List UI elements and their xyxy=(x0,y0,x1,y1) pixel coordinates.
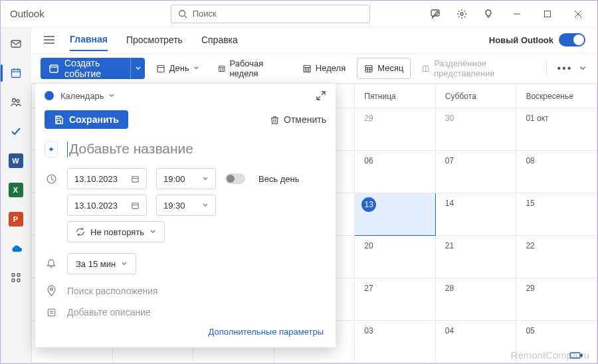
svg-point-50 xyxy=(50,288,52,291)
tab-help[interactable]: Справка xyxy=(201,29,238,50)
location-icon xyxy=(45,285,58,296)
event-title-input[interactable]: Добавьте название xyxy=(67,141,326,157)
calendar-cell[interactable]: 05 xyxy=(516,321,597,363)
view-split-button: Разделённое представление xyxy=(415,58,538,79)
window-maximize[interactable] xyxy=(534,2,561,26)
expand-popup-icon[interactable] xyxy=(316,90,326,101)
svg-rect-44 xyxy=(57,120,61,124)
location-input[interactable]: Поиск расположения xyxy=(67,286,326,296)
app-title: Outlook xyxy=(10,8,45,19)
calendar-cell[interactable]: 04 xyxy=(435,321,516,363)
feedback-icon[interactable] xyxy=(423,2,447,26)
emoji-picker-icon[interactable]: ✦ xyxy=(45,141,58,157)
window-minimize[interactable] xyxy=(503,2,531,26)
search-placeholder: Поиск xyxy=(193,9,217,19)
battery-icon xyxy=(569,351,583,359)
view-week-button[interactable]: Неделя xyxy=(295,58,353,79)
calendar-cell[interactable]: 20 xyxy=(355,236,436,278)
more-options-link[interactable]: Дополнительные параметры xyxy=(35,323,336,347)
bell-icon xyxy=(45,258,58,269)
calendar-cell[interactable]: 01 окт xyxy=(516,108,597,151)
gear-icon[interactable] xyxy=(450,2,474,26)
cancel-button[interactable]: Отменить xyxy=(270,114,326,125)
save-button[interactable]: Сохранить xyxy=(45,110,128,129)
svg-rect-43 xyxy=(57,116,60,118)
app-rail: W X P xyxy=(1,27,31,363)
svg-rect-51 xyxy=(48,309,54,316)
svg-rect-18 xyxy=(12,279,15,282)
calendar-cell[interactable]: 22 xyxy=(516,236,597,278)
recurrence-picker[interactable]: Не повторять xyxy=(67,221,165,242)
svg-rect-10 xyxy=(11,70,20,78)
calendar-cell[interactable]: 29 xyxy=(516,278,597,321)
description-input[interactable]: Добавьте описание xyxy=(67,307,326,318)
calendar-picker[interactable]: Календарь xyxy=(60,91,104,101)
clock-icon xyxy=(45,173,58,185)
svg-point-14 xyxy=(12,99,15,102)
search-input[interactable]: Поиск xyxy=(171,5,370,23)
calendar-cell[interactable]: 13 xyxy=(355,193,436,236)
calendar-cell[interactable]: 06 xyxy=(355,151,436,193)
onedrive-rail-item[interactable] xyxy=(9,241,23,256)
description-icon xyxy=(45,308,58,318)
view-month-button[interactable]: Месяц xyxy=(357,58,411,79)
all-day-label: Весь день xyxy=(258,174,300,184)
all-day-toggle[interactable] xyxy=(225,173,245,184)
svg-rect-27 xyxy=(219,66,224,71)
svg-rect-17 xyxy=(17,274,20,276)
new-outlook-toggle[interactable] xyxy=(559,33,585,46)
day-header: Суббота xyxy=(435,84,516,108)
start-date-picker[interactable]: 13.10.2023 xyxy=(67,168,147,189)
calendar-cell[interactable]: 30 xyxy=(435,108,516,151)
view-workweek-button[interactable]: Рабочая неделя xyxy=(211,58,291,79)
toolbar-overflow[interactable]: ••• xyxy=(555,62,575,74)
collapse-ribbon-icon[interactable] xyxy=(579,64,588,72)
create-event-split[interactable] xyxy=(130,58,144,79)
people-rail-item[interactable] xyxy=(9,95,23,110)
more-apps-rail-item[interactable] xyxy=(9,270,23,285)
day-header: Воскресенье xyxy=(516,84,597,108)
powerpoint-rail-item[interactable]: P xyxy=(9,212,23,227)
calendar-cell[interactable]: 29 xyxy=(355,108,436,151)
tab-view[interactable]: Просмотреть xyxy=(126,29,183,50)
tab-home[interactable]: Главная xyxy=(70,29,108,51)
svg-point-15 xyxy=(17,100,19,102)
svg-point-0 xyxy=(179,10,185,16)
nav-toggle-icon[interactable] xyxy=(43,35,55,45)
calendar-cell[interactable]: 07 xyxy=(435,151,516,193)
svg-rect-6 xyxy=(545,11,551,17)
excel-rail-item[interactable]: X xyxy=(9,183,23,197)
svg-line-1 xyxy=(184,15,187,18)
svg-rect-9 xyxy=(11,41,21,47)
window-close[interactable] xyxy=(564,2,592,26)
calendar-cell[interactable]: 15 xyxy=(516,193,597,236)
end-date-picker[interactable]: 13.10.2023 xyxy=(67,195,147,216)
svg-rect-55 xyxy=(581,355,582,357)
todo-rail-item[interactable] xyxy=(9,124,23,139)
calendar-cell[interactable]: 28 xyxy=(435,278,516,321)
svg-rect-48 xyxy=(132,203,138,209)
end-time-picker[interactable]: 19:30 xyxy=(156,195,216,216)
calendar-cell[interactable]: 27 xyxy=(355,278,436,321)
calendar-cell[interactable]: 03 xyxy=(355,321,436,363)
calendar-rail-item[interactable] xyxy=(9,66,23,80)
calendar-color-dot xyxy=(45,91,54,100)
svg-rect-19 xyxy=(17,279,20,282)
svg-point-3 xyxy=(460,13,463,15)
svg-rect-36 xyxy=(365,65,372,72)
calendar-cell[interactable]: 08 xyxy=(516,151,597,193)
word-rail-item[interactable]: W xyxy=(9,153,23,168)
svg-rect-25 xyxy=(157,65,164,72)
new-outlook-label: Новый Outlook xyxy=(489,35,553,45)
quick-create-popup: Календарь Сохранить Отменить xyxy=(35,84,336,347)
calendar-cell[interactable]: 21 xyxy=(435,236,516,278)
reminder-picker[interactable]: За 15 мин xyxy=(67,253,136,274)
search-icon xyxy=(178,9,187,19)
mail-rail-item[interactable] xyxy=(9,37,23,51)
svg-rect-23 xyxy=(50,65,58,72)
start-time-picker[interactable]: 19:00 xyxy=(156,168,216,189)
calendar-cell[interactable]: 14 xyxy=(435,193,516,236)
create-event-button[interactable]: Создать событие xyxy=(41,58,145,79)
view-day-button[interactable]: День xyxy=(149,58,207,79)
tips-icon[interactable] xyxy=(476,2,500,26)
